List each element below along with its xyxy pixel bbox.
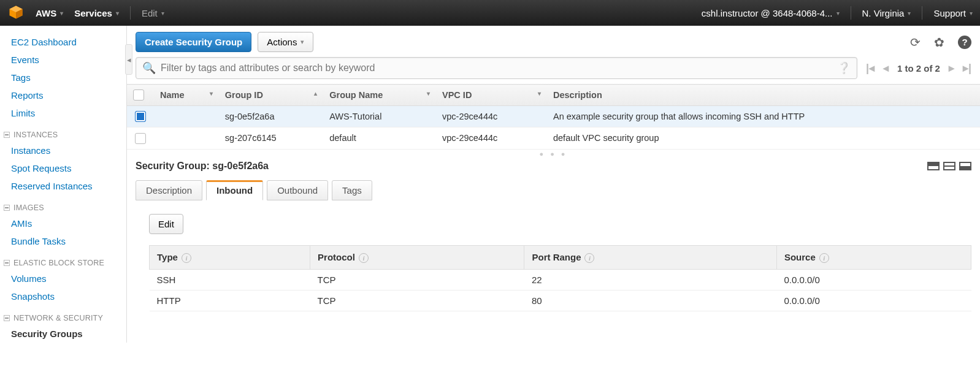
sidebar-item-dashboard[interactable]: EC2 Dashboard	[0, 33, 126, 51]
help-icon[interactable]: ?	[958, 36, 971, 49]
sidebar-item-volumes[interactable]: Volumes	[0, 270, 126, 287]
sidebar-section-images[interactable]: IMAGES	[0, 195, 126, 215]
section-label: INSTANCES	[13, 131, 58, 139]
rule-protocol: TCP	[310, 290, 524, 311]
rule-col-port: Port Rangei	[524, 245, 776, 269]
page-prev-icon[interactable]: ◂	[883, 61, 889, 75]
nav-aws[interactable]: AWS▾	[36, 8, 63, 18]
layout-top-icon[interactable]	[927, 162, 940, 170]
sidebar-section-instances[interactable]: INSTANCES	[0, 122, 126, 142]
nav-support-label: Support	[933, 8, 966, 18]
nav-account[interactable]: cshl.instructor @ 3648-4068-4...▾	[702, 8, 840, 18]
content: Create Security Group Actions▾ ⟳ ✿ ? 🔍 ❔…	[126, 26, 980, 343]
nav-services[interactable]: Services▾	[74, 8, 119, 18]
layout-split-icon[interactable]	[943, 162, 955, 170]
col-label: Protocol	[318, 252, 355, 262]
actions-label: Actions	[267, 37, 297, 47]
row-checkbox[interactable]	[135, 133, 146, 144]
divider	[130, 6, 131, 20]
sidebar-item-amis[interactable]: AMIs	[0, 215, 126, 232]
table-row[interactable]: sg-207c6145 default vpc-29ce444c default…	[127, 127, 980, 149]
sidebar-item-limits[interactable]: Limits	[0, 104, 126, 122]
sidebar-section-network[interactable]: NETWORK & SECURITY	[0, 305, 126, 325]
collapse-icon	[4, 205, 10, 211]
detail-title-id: sg-0e5f2a6a	[212, 161, 269, 171]
aws-logo-icon[interactable]	[7, 4, 25, 23]
pager: |◂ ◂ 1 to 2 of 2 ▸ ▸|	[866, 61, 971, 75]
col-label: Group Name	[329, 90, 383, 100]
rule-row: SSH TCP 22 0.0.0.0/0	[150, 269, 971, 290]
actions-button[interactable]: Actions▾	[258, 32, 313, 52]
search-help-icon[interactable]: ❔	[837, 61, 851, 75]
edit-rules-button[interactable]: Edit	[149, 214, 183, 234]
col-label: Source	[784, 252, 816, 262]
section-label: NETWORK & SECURITY	[13, 314, 103, 322]
section-label: IMAGES	[13, 203, 44, 212]
search-box[interactable]: 🔍 ❔	[136, 57, 857, 79]
sidebar: ◂ EC2 Dashboard Events Tags Reports Limi…	[0, 26, 126, 343]
info-icon[interactable]: i	[584, 253, 594, 263]
caret-down-icon: ▾	[161, 10, 164, 17]
cell-name	[154, 127, 219, 149]
sidebar-item-bundle-tasks[interactable]: Bundle Tasks	[0, 232, 126, 250]
sidebar-item-security-groups[interactable]: Security Groups	[0, 325, 126, 343]
col-description[interactable]: Description	[547, 85, 980, 106]
col-label: Port Range	[532, 252, 581, 262]
search-input[interactable]	[161, 63, 837, 74]
col-vpc-id[interactable]: VPC ID▾	[436, 85, 547, 106]
col-group-id[interactable]: Group ID▴	[219, 85, 323, 106]
rule-col-type: Typei	[150, 245, 310, 269]
settings-gear-icon[interactable]: ✿	[934, 35, 944, 50]
sidebar-item-reserved-instances[interactable]: Reserved Instances	[0, 177, 126, 195]
rule-source: 0.0.0.0/0	[776, 269, 971, 290]
col-label: Name	[160, 90, 185, 100]
action-toolbar: Create Security Group Actions▾ ⟳ ✿ ?	[127, 26, 980, 57]
page-last-icon[interactable]: ▸|	[963, 61, 971, 75]
nav-account-label: cshl.instructor @ 3648-4068-4...	[702, 8, 833, 18]
table-row[interactable]: sg-0e5f2a6a AWS-Tutorial vpc-29ce444c An…	[127, 106, 980, 127]
tab-outbound[interactable]: Outbound	[267, 180, 328, 200]
nav-support[interactable]: Support▾	[933, 8, 973, 18]
refresh-icon[interactable]: ⟳	[910, 35, 921, 50]
layout-bottom-icon[interactable]	[959, 162, 971, 170]
cell-vpc-id: vpc-29ce444c	[436, 127, 547, 149]
page-next-icon[interactable]: ▸	[949, 61, 954, 75]
info-icon[interactable]: i	[359, 253, 369, 263]
create-security-group-button[interactable]: Create Security Group	[136, 32, 251, 52]
info-icon[interactable]: i	[819, 253, 829, 263]
page-first-icon[interactable]: |◂	[866, 61, 875, 75]
nav-aws-label: AWS	[36, 8, 56, 18]
rule-port: 22	[524, 269, 776, 290]
sidebar-collapse-handle[interactable]: ◂	[125, 44, 132, 75]
divider	[922, 6, 922, 20]
rule-type: SSH	[150, 269, 310, 290]
sidebar-item-events[interactable]: Events	[0, 51, 126, 69]
inbound-rules-table: Typei Protocoli Port Rangei Sourcei SSH …	[149, 245, 971, 311]
nav-edit[interactable]: Edit▾	[142, 8, 164, 18]
caret-down-icon: ▾	[301, 38, 304, 46]
nav-region[interactable]: N. Virginia▾	[862, 8, 911, 18]
divider	[851, 6, 851, 20]
col-name[interactable]: Name▾	[154, 85, 219, 106]
tab-description[interactable]: Description	[136, 180, 202, 200]
col-select-all[interactable]	[127, 85, 154, 106]
sort-icon: ▾	[210, 90, 213, 97]
sidebar-item-spot-requests[interactable]: Spot Requests	[0, 159, 126, 177]
layout-switcher	[927, 162, 971, 170]
sidebar-section-ebs[interactable]: ELASTIC BLOCK STORE	[0, 250, 126, 270]
split-handle[interactable]: ● ● ●	[127, 150, 980, 158]
sidebar-item-instances[interactable]: Instances	[0, 142, 126, 159]
sidebar-item-reports[interactable]: Reports	[0, 86, 126, 104]
tab-tags[interactable]: Tags	[332, 180, 372, 200]
info-icon[interactable]: i	[182, 253, 191, 263]
detail-panel: Security Group: sg-0e5f2a6a Description …	[127, 158, 980, 320]
collapse-icon	[4, 132, 10, 138]
section-label: ELASTIC BLOCK STORE	[13, 259, 104, 267]
sidebar-item-tags[interactable]: Tags	[0, 69, 126, 86]
row-checkbox[interactable]	[135, 111, 146, 122]
col-group-name[interactable]: Group Name▾	[323, 85, 436, 106]
tab-inbound[interactable]: Inbound	[206, 180, 263, 200]
checkbox-icon[interactable]	[133, 89, 144, 101]
sidebar-item-snapshots[interactable]: Snapshots	[0, 287, 126, 305]
detail-tabs: Description Inbound Outbound Tags	[136, 180, 971, 200]
